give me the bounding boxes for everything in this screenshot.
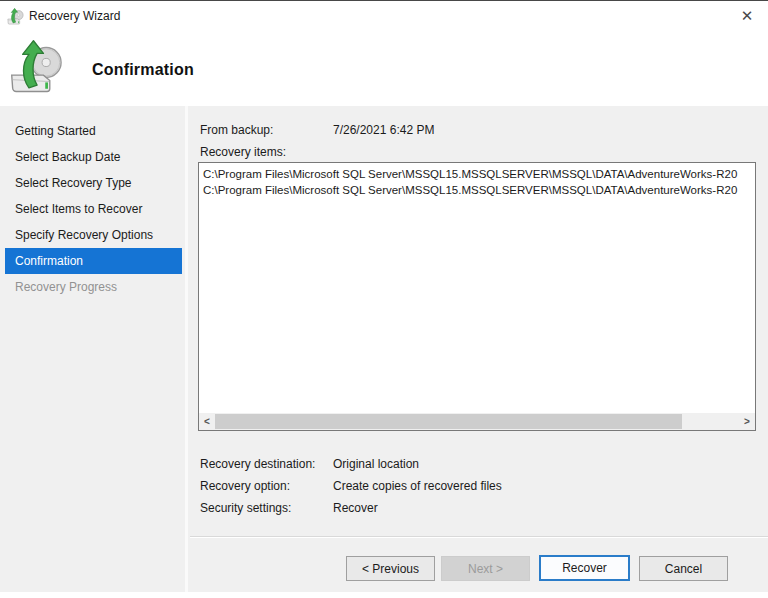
scroll-right-icon[interactable]: >	[739, 413, 755, 430]
sidebar-item-select-backup-date[interactable]: Select Backup Date	[5, 144, 182, 170]
cancel-button[interactable]: Cancel	[639, 556, 728, 581]
recovery-option-value: Create copies of recovered files	[333, 479, 502, 493]
scrollbar-thumb[interactable]	[215, 414, 682, 429]
recovery-item-row[interactable]: C:\Program Files\Microsoft SQL Server\MS…	[203, 166, 755, 182]
security-settings-value: Recover	[333, 501, 378, 515]
horizontal-scrollbar[interactable]: < >	[199, 413, 755, 430]
recovery-items-label: Recovery items:	[200, 145, 286, 159]
sidebar-item-confirmation[interactable]: Confirmation	[5, 248, 182, 274]
from-backup-value: 7/26/2021 6:42 PM	[333, 123, 434, 137]
sidebar-item-specify-recovery-options[interactable]: Specify Recovery Options	[5, 222, 182, 248]
scroll-left-icon[interactable]: <	[199, 413, 215, 430]
recovery-item-row[interactable]: C:\Program Files\Microsoft SQL Server\MS…	[203, 182, 755, 198]
close-icon[interactable]: ✕	[734, 4, 760, 28]
recover-button[interactable]: Recover	[539, 555, 630, 581]
wizard-content: Getting Started Select Backup Date Selec…	[0, 106, 768, 593]
recovery-wizard-window: Recovery Wizard ✕ Confirmation Getting S…	[0, 0, 768, 598]
recovery-destination-value: Original location	[333, 457, 419, 471]
recovery-items-list: C:\Program Files\Microsoft SQL Server\MS…	[199, 163, 755, 198]
confirmation-panel: From backup: 7/26/2021 6:42 PM Recovery …	[188, 106, 768, 593]
footer-divider	[190, 536, 768, 538]
sidebar-item-getting-started[interactable]: Getting Started	[5, 118, 182, 144]
drive-restore-icon	[9, 38, 67, 96]
recovery-items-listbox[interactable]: C:\Program Files\Microsoft SQL Server\MS…	[198, 162, 756, 431]
recovery-option-label: Recovery option:	[200, 479, 330, 493]
window-title: Recovery Wizard	[29, 9, 120, 23]
security-settings-label: Security settings:	[200, 501, 330, 515]
sidebar-item-select-recovery-type[interactable]: Select Recovery Type	[5, 170, 182, 196]
wizard-header: Confirmation	[0, 32, 768, 106]
bottom-margin	[0, 592, 768, 598]
sidebar-item-select-items-to-recover[interactable]: Select Items to Recover	[5, 196, 182, 222]
from-backup-label: From backup:	[200, 123, 273, 137]
recovery-destination-label: Recovery destination:	[200, 457, 330, 471]
previous-button[interactable]: < Previous	[346, 556, 435, 581]
next-button: Next >	[441, 556, 530, 581]
sidebar-item-recovery-progress: Recovery Progress	[5, 274, 182, 300]
wizard-steps-sidebar: Getting Started Select Backup Date Selec…	[0, 106, 185, 593]
drive-restore-icon	[7, 7, 25, 26]
page-title: Confirmation	[92, 61, 194, 79]
title-bar: Recovery Wizard ✕	[0, 2, 768, 32]
